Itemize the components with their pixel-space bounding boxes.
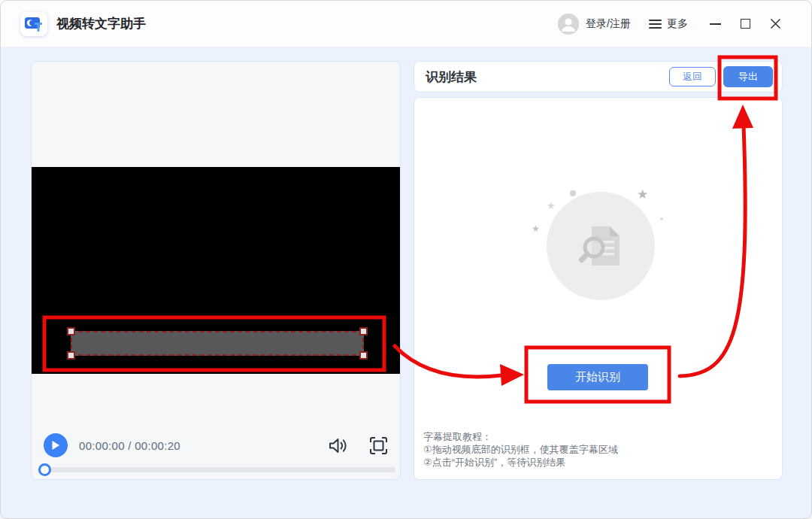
maximize-button[interactable] [730, 11, 760, 37]
time-display: 00:00:00 / 00:00:20 [79, 439, 180, 452]
dot-decoration [570, 190, 576, 196]
close-button[interactable] [760, 11, 790, 37]
app-logo-icon [20, 12, 47, 36]
export-button[interactable]: 导出 [723, 66, 773, 87]
minimize-button[interactable] [700, 11, 730, 37]
result-title: 识别结果 [426, 68, 477, 86]
play-icon [51, 440, 60, 451]
more-menu[interactable]: 更多 [649, 17, 688, 31]
maximize-icon [741, 19, 750, 29]
result-panel: ★ ★ ★ 请先识别字幕呀~~ 开始识别 字幕提取教程： [414, 97, 783, 480]
resize-handle-bottom-left[interactable] [67, 351, 75, 360]
play-button[interactable] [44, 433, 68, 457]
avatar-icon[interactable] [558, 14, 579, 35]
fullscreen-button[interactable] [369, 436, 388, 455]
minimize-icon [710, 23, 721, 25]
empty-state-icon [547, 192, 655, 300]
star-icon: ★ [532, 223, 540, 234]
back-button[interactable]: 返回 [669, 67, 716, 86]
volume-icon [328, 437, 348, 454]
tutorial-step-2: ②点击“开始识别”，等待识别结果 [423, 456, 618, 469]
volume-button[interactable] [328, 437, 348, 454]
star-icon: ★ [637, 187, 648, 202]
resize-handle-top-right[interactable] [359, 327, 368, 335]
hamburger-icon [649, 20, 662, 29]
star-icon: ★ [547, 200, 556, 211]
progress-slider[interactable] [38, 467, 395, 472]
close-icon [770, 18, 781, 29]
subtitle-recognition-box[interactable] [71, 331, 364, 356]
app-window: 视频转文字助手 登录/注册 更多 [0, 0, 812, 519]
video-surface [32, 167, 401, 374]
main-area: 00:00:00 / 00:00:20 [1, 47, 811, 519]
tutorial-step-1: ①拖动视频底部的识别框，使其覆盖字幕区域 [423, 443, 618, 456]
dot-decoration [660, 217, 663, 220]
resize-handle-top-left[interactable] [67, 327, 75, 335]
login-register-link[interactable]: 登录/注册 [586, 17, 631, 31]
tutorial-text: 字幕提取教程： ①拖动视频底部的识别框，使其覆盖字幕区域 ②点击“开始识别”，等… [423, 430, 618, 469]
title-bar: 视频转文字助手 登录/注册 更多 [1, 1, 811, 47]
app-title: 视频转文字助手 [56, 15, 146, 32]
more-label: 更多 [667, 17, 688, 31]
result-header-card: 识别结果 返回 导出 [414, 61, 783, 93]
tutorial-title: 字幕提取教程： [423, 430, 618, 443]
video-player-card: 00:00:00 / 00:00:20 [31, 61, 401, 480]
start-recognition-button[interactable]: 开始识别 [547, 364, 648, 390]
player-controls: 00:00:00 / 00:00:20 [44, 432, 388, 459]
fullscreen-icon [369, 436, 388, 455]
progress-thumb[interactable] [38, 463, 51, 476]
resize-handle-bottom-right[interactable] [359, 351, 368, 360]
